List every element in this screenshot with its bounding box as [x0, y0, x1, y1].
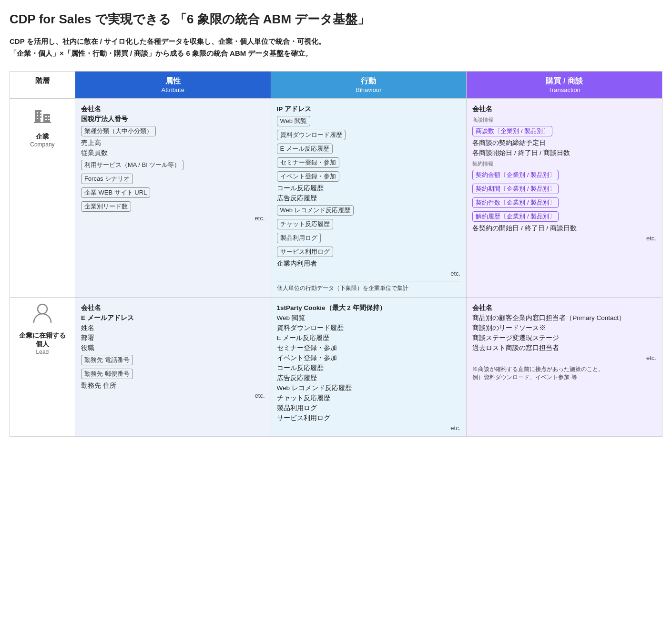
- list-item: 企業 WEB サイト URL: [81, 186, 265, 199]
- list-item: 広告反応履歴: [277, 194, 461, 203]
- tag: 企業別リード数: [81, 201, 131, 212]
- list-item: 勤務先 電話番号: [81, 354, 265, 366]
- etc-label: etc.: [277, 270, 461, 277]
- list-item: 業種分類（大中小分類）: [81, 125, 265, 137]
- list-item: 製品利用ログ: [277, 232, 461, 244]
- page-subtitle: CDP を活用し、社内に散在 / サイロ化した各種データを収集し、企業・個人単位…: [10, 35, 662, 60]
- list-item: 商談数〔企業別 / 製品別〕: [472, 125, 656, 137]
- list-item: IP アドレス: [277, 105, 461, 114]
- etc-label: etc.: [277, 424, 461, 432]
- header-beh: 行動 Bihaviour: [271, 71, 467, 98]
- company-trans-cell: 会社名商談情報商談数〔企業別 / 製品別〕各商談の契約締結予定日各商談開始日 /…: [467, 98, 662, 297]
- svg-rect-6: [37, 118, 38, 119]
- svg-rect-10: [45, 119, 47, 120]
- tag: 解約履歴〔企業別 / 製品別〕: [472, 211, 559, 222]
- list-item: 過去ロスト商談の窓口担当者: [472, 344, 656, 352]
- tag: 資料ダウンロード履歴: [277, 130, 346, 140]
- table-row: 企業に在籍する個人 Lead 会社名E メールアドレス姓名部署役職勤務先 電話番…: [10, 297, 662, 436]
- tag: 企業 WEB サイト URL: [81, 187, 150, 198]
- tag: Web レコメンド反応履歴: [277, 205, 354, 216]
- header-trans: 購買 / 商談 Transaction: [467, 71, 662, 98]
- list-item: 製品利用ログ: [277, 404, 461, 413]
- header-beh-sub: Bihaviour: [277, 86, 461, 93]
- note-text: ※商談が確約する直前に接点があった施策のこと。例）資料ダウンロード、イベント参加…: [472, 365, 656, 382]
- list-item: Web レコメンド反応履歴: [277, 384, 461, 392]
- list-item: 各商談開始日 / 終了日 / 商談日数: [472, 149, 656, 157]
- list-item: 会社名: [81, 304, 265, 312]
- tier-company: 企業 Company: [10, 98, 75, 297]
- tag: Forcas シナリオ: [81, 174, 133, 184]
- list-item: 商品別の顧客企業内窓口担当者（Primary Contact）: [472, 314, 656, 322]
- svg-rect-8: [45, 116, 47, 117]
- tag: Web 閲覧: [277, 116, 310, 126]
- tier-en-lead: Lead: [16, 349, 69, 355]
- list-item: 商談別のリードソース※: [472, 324, 656, 332]
- section-label: 契約情報: [472, 160, 656, 167]
- tag: 勤務先 郵便番号: [81, 369, 133, 379]
- list-item: チャット反応履歴: [277, 394, 461, 403]
- list-item: 会社名: [472, 304, 656, 312]
- etc-label: etc.: [472, 354, 656, 361]
- section-label: 商談情報: [472, 116, 656, 124]
- tag: 利用サービス（MA / BI ツール等）: [81, 160, 184, 170]
- company-attr-cell: 会社名国税庁法人番号業種分類（大中小分類）売上高従業員数利用サービス（MA / …: [75, 98, 271, 297]
- header-attr: 属性 Attribute: [75, 71, 271, 98]
- list-item: 企業別リード数: [81, 200, 265, 213]
- lead-beh-cell: 1stParty Cookie（最大 2 年間保持）Web 閲覧資料ダウンロード…: [271, 297, 467, 436]
- list-item: 国税庁法人番号: [81, 115, 265, 124]
- list-item: 従業員数: [81, 149, 265, 157]
- table-row: 企業 Company 会社名国税庁法人番号業種分類（大中小分類）売上高従業員数利…: [10, 98, 662, 297]
- tier-jp-company: 企業: [16, 133, 69, 141]
- header-attr-sub: Attribute: [81, 86, 265, 93]
- list-item: イベント登録・参加: [277, 354, 461, 362]
- tag: 契約件数〔企業別 / 製品別〕: [472, 197, 559, 208]
- list-item: 姓名: [81, 324, 265, 332]
- list-item: 会社名: [81, 105, 265, 114]
- list-item: イベント登録・参加: [277, 170, 461, 183]
- tier-jp-lead: 企業に在籍する個人: [16, 331, 69, 349]
- tag: 業種分類（大中小分類）: [81, 126, 156, 136]
- list-item: 契約件数〔企業別 / 製品別〕: [472, 196, 656, 209]
- list-item: 各商談の契約締結予定日: [472, 139, 656, 147]
- subtitle-line2: 「企業・個人」×「属性・行動・購買 / 商談」から成る 6 象限の統合 ABM …: [10, 49, 312, 57]
- tag: 商談数〔企業別 / 製品別〕: [472, 126, 552, 136]
- list-item: Web レコメンド反応履歴: [277, 204, 461, 217]
- page-title: CDP for Sales で実現できる 「6 象限の統合 ABM データ基盤」: [10, 11, 662, 28]
- subtitle-line1: CDP を活用し、社内に散在 / サイロ化した各種データを収集し、企業・個人単位…: [10, 37, 326, 45]
- header-attr-main: 属性: [81, 76, 265, 86]
- list-item: 会社名: [472, 105, 656, 114]
- list-item: 部署: [81, 334, 265, 342]
- tag: サービス利用ログ: [277, 247, 333, 257]
- list-item: E メールアドレス: [81, 314, 265, 322]
- list-item: 商談ステージ変遷現ステージ: [472, 334, 656, 342]
- tag: 契約期間〔企業別 / 製品別〕: [472, 184, 559, 194]
- svg-rect-9: [48, 116, 50, 117]
- list-item: 勤務先 郵便番号: [81, 368, 265, 380]
- list-item: サービス利用ログ: [277, 414, 461, 423]
- list-item: セミナー登録・参加: [277, 344, 461, 352]
- list-item: コール反応履歴: [277, 364, 461, 372]
- svg-rect-12: [41, 119, 43, 123]
- list-item: コール反応履歴: [277, 184, 461, 193]
- list-item: 契約金額〔企業別 / 製品別〕: [472, 169, 656, 181]
- svg-rect-2: [37, 112, 38, 114]
- list-item: Forcas シナリオ: [81, 173, 265, 185]
- tag: イベント登録・参加: [277, 171, 339, 182]
- list-item: サービス利用ログ: [277, 246, 461, 258]
- tag: セミナー登録・参加: [277, 157, 339, 168]
- header-tier-label: 階層: [35, 76, 50, 84]
- tag: 製品利用ログ: [277, 233, 321, 243]
- tag: チャット反応履歴: [277, 219, 333, 229]
- svg-rect-11: [48, 119, 50, 120]
- list-item: Web 閲覧: [277, 115, 461, 127]
- list-item: Web 閲覧: [277, 314, 461, 322]
- list-item: セミナー登録・参加: [277, 156, 461, 169]
- svg-rect-4: [37, 115, 38, 116]
- svg-rect-5: [40, 115, 41, 116]
- header-tier: 階層: [10, 71, 75, 98]
- svg-rect-1: [43, 114, 50, 123]
- header-trans-sub: Transaction: [472, 86, 656, 93]
- header-trans-main: 購買 / 商談: [472, 76, 656, 86]
- tier-en-company: Company: [16, 141, 69, 148]
- tag: 勤務先 電話番号: [81, 355, 133, 365]
